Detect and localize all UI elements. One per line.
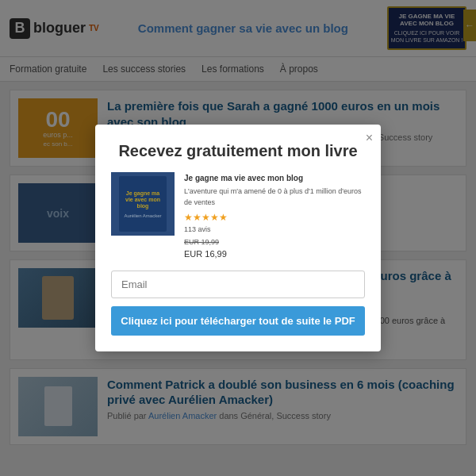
modal-close-button[interactable]: ×: [366, 131, 373, 145]
book-title: Je gagne ma vie avec mon blog: [184, 172, 365, 184]
modal-overlay[interactable]: × Recevez gratuitement mon livre Je gagn…: [0, 0, 476, 476]
email-field[interactable]: [111, 271, 365, 298]
modal-book-cover: Je gagne ma vie avec mon blog Aurélien A…: [111, 172, 175, 236]
modal-cta-button[interactable]: Cliquez ici pour télécharger tout de sui…: [111, 306, 365, 336]
book-subtitle: L'aventure qui m'a amené de 0 à plus d'1…: [184, 186, 365, 208]
book-cover-text: Je gagne ma vie avec mon blog: [122, 190, 163, 210]
modal-book-details: Je gagne ma vie avec mon blog L'aventure…: [184, 172, 365, 261]
book-cover-author: Aurélien Amacker: [124, 213, 161, 218]
book-price-old: EUR 19,99: [184, 237, 365, 248]
book-price-new: EUR 16,99: [184, 248, 365, 261]
modal-dialog: × Recevez gratuitement mon livre Je gagn…: [95, 125, 381, 351]
modal-book-row: Je gagne ma vie avec mon blog Aurélien A…: [111, 172, 365, 261]
modal-title: Recevez gratuitement mon livre: [111, 140, 365, 161]
book-reviews: 113 avis: [184, 225, 365, 236]
book-rating: ★★★★★: [184, 210, 365, 225]
